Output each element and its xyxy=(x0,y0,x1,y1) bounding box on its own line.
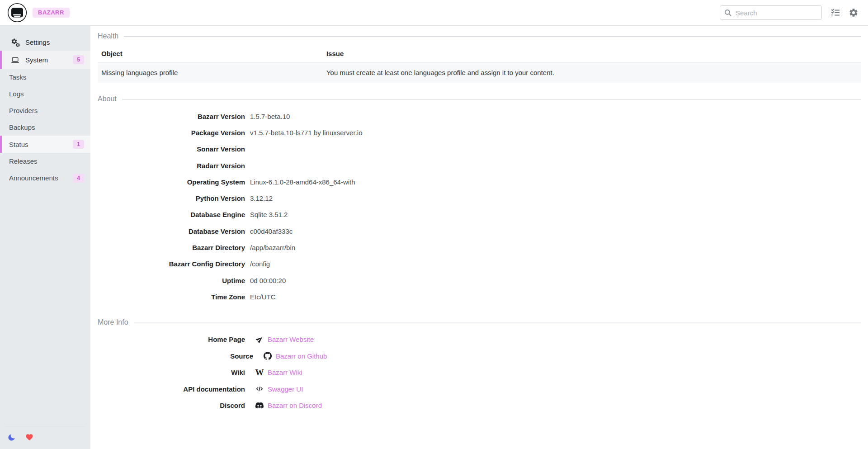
sidebar-item-status[interactable]: Status 1 xyxy=(0,136,90,153)
health-issue-cell: You must create at least one languages p… xyxy=(323,62,861,83)
about-row-operating-system: Operating System Linux-6.1.0-28-amd64-x8… xyxy=(98,174,861,190)
about-label: Python Version xyxy=(98,194,245,202)
sidebar-item-logs[interactable]: Logs xyxy=(0,85,90,102)
sidebar-item-label: Tasks xyxy=(9,73,26,81)
more-info-section-title: More Info xyxy=(98,318,128,326)
paper-plane-icon xyxy=(255,336,264,344)
app-title-badge[interactable]: BAZARR xyxy=(33,8,70,18)
sidebar-item-label: Announcements xyxy=(9,174,58,182)
about-value: /app/bazarr/bin xyxy=(250,244,295,251)
more-info-row-api-documentation: API documentation Swagger UI xyxy=(98,381,861,397)
moon-icon[interactable] xyxy=(7,433,16,442)
about-row-bazarr-directory: Bazarr Directory /app/bazarr/bin xyxy=(98,239,861,255)
discord-icon xyxy=(255,402,264,410)
search-box[interactable] xyxy=(720,5,822,20)
health-table-row: Missing languages profile You must creat… xyxy=(98,62,861,83)
about-label: Database Engine xyxy=(98,211,245,218)
section-divider xyxy=(134,322,861,322)
source-link[interactable]: Bazarr on Github xyxy=(276,352,327,360)
wikipedia-icon: W xyxy=(255,369,264,377)
home-page-link[interactable]: Bazarr Website xyxy=(268,336,314,343)
more-info-row-home-page: Home Page Bazarr Website xyxy=(98,331,861,348)
about-label: Package Version xyxy=(98,129,245,137)
section-divider xyxy=(124,36,861,37)
about-row-bazarr-version: Bazarr Version 1.5.7-beta.10 xyxy=(98,108,861,124)
health-table: Object Issue Missing languages profile Y… xyxy=(98,45,861,83)
sidebar-item-releases[interactable]: Releases xyxy=(0,153,90,170)
about-label: Radarr Version xyxy=(98,162,245,170)
more-info-label: Home Page xyxy=(98,336,245,343)
health-section: Health Object Issue Missing languages pr… xyxy=(98,31,861,83)
more-info-label: Source xyxy=(106,352,253,360)
about-row-bazarr-config-directory: Bazarr Config Directory /config xyxy=(98,256,861,272)
settings-button[interactable] xyxy=(846,5,861,20)
about-label: Bazarr Version xyxy=(98,113,245,120)
about-value: 3.12.12 xyxy=(250,194,273,202)
announcements-count-badge: 4 xyxy=(73,174,84,183)
about-label: Sonarr Version xyxy=(98,145,245,153)
about-row-uptime: Uptime 0d 00:00:20 xyxy=(98,272,861,288)
bazarr-logo-icon[interactable] xyxy=(7,3,27,23)
more-info-label-wrap xyxy=(98,352,106,360)
heart-icon[interactable] xyxy=(25,433,34,442)
more-info-label: API documentation xyxy=(98,385,245,393)
sidebar-item-label: Releases xyxy=(9,157,38,165)
column-header-issue: Issue xyxy=(323,45,861,62)
about-row-radarr-version: Radarr Version xyxy=(98,157,861,174)
about-row-package-version: Package Version v1.5.7-beta.10-ls771 by … xyxy=(98,124,861,141)
about-value: c00d40af333c xyxy=(250,227,292,235)
sidebar-item-settings[interactable]: Settings xyxy=(0,34,90,51)
sidebar-item-label: Backups xyxy=(9,123,35,131)
sidebar: Settings System 5 Tasks Logs Providers B… xyxy=(0,26,90,449)
sidebar-item-tasks[interactable]: Tasks xyxy=(0,69,90,85)
checklist-icon xyxy=(830,8,840,18)
more-info-section: More Info Home Page Bazarr Website Sourc… xyxy=(98,317,861,414)
about-row-database-version: Database Version c00d40af333c xyxy=(98,223,861,239)
about-value: /config xyxy=(250,260,270,268)
code-icon xyxy=(255,385,264,393)
api-documentation-link[interactable]: Swagger UI xyxy=(268,385,303,393)
sidebar-item-label: Settings xyxy=(25,38,50,46)
more-info-row-wiki: Wiki W Bazarr Wiki xyxy=(98,364,861,381)
health-section-title: Health xyxy=(98,32,118,40)
more-info-label: Discord xyxy=(98,402,245,409)
laptop-icon xyxy=(11,56,19,64)
sidebar-item-backups[interactable]: Backups xyxy=(0,119,90,136)
sidebar-item-providers[interactable]: Providers xyxy=(0,102,90,119)
health-table-header-row: Object Issue xyxy=(98,45,861,62)
search-icon xyxy=(724,9,732,17)
task-list-button[interactable] xyxy=(828,5,843,20)
about-label: Bazarr Config Directory xyxy=(98,260,245,268)
about-row-python-version: Python Version 3.12.12 xyxy=(98,190,861,206)
about-value: Sqlite 3.51.2 xyxy=(250,211,288,218)
more-info-row-source: Source Bazarr on Github xyxy=(98,348,861,364)
sidebar-item-label: Logs xyxy=(9,90,24,98)
sidebar-item-label: System xyxy=(25,56,48,64)
about-label: Time Zone xyxy=(98,293,245,301)
discord-link[interactable]: Bazarr on Discord xyxy=(268,402,322,409)
about-row-sonarr-version: Sonarr Version xyxy=(98,141,861,157)
sidebar-item-announcements[interactable]: Announcements 4 xyxy=(0,170,90,186)
search-input[interactable] xyxy=(736,9,818,17)
sidebar-item-label: Status xyxy=(9,141,28,148)
about-value: Etc/UTC xyxy=(250,293,276,301)
sidebar-footer xyxy=(5,426,86,449)
more-info-row-discord: Discord Bazarr on Discord xyxy=(98,397,861,414)
sidebar-item-label: Providers xyxy=(9,107,38,114)
app-header: BAZARR xyxy=(0,0,868,26)
sidebar-item-system[interactable]: System 5 xyxy=(0,51,90,69)
about-value: v1.5.7-beta.10-ls771 by linuxserver.io xyxy=(250,129,362,137)
gears-icon xyxy=(11,38,19,47)
about-section: About Bazarr Version 1.5.7-beta.10 Packa… xyxy=(98,94,861,305)
about-section-title: About xyxy=(98,95,117,103)
main-content: Health Object Issue Missing languages pr… xyxy=(90,26,868,449)
about-label: Uptime xyxy=(98,277,245,284)
wiki-link[interactable]: Bazarr Wiki xyxy=(268,369,302,376)
system-count-badge: 5 xyxy=(73,55,84,64)
about-row-time-zone: Time Zone Etc/UTC xyxy=(98,288,861,305)
about-row-database-engine: Database Engine Sqlite 3.51.2 xyxy=(98,207,861,223)
gear-icon xyxy=(849,8,859,18)
about-value: 1.5.7-beta.10 xyxy=(250,113,290,120)
about-value: 0d 00:00:20 xyxy=(250,277,286,284)
health-object-cell: Missing languages profile xyxy=(98,62,323,83)
